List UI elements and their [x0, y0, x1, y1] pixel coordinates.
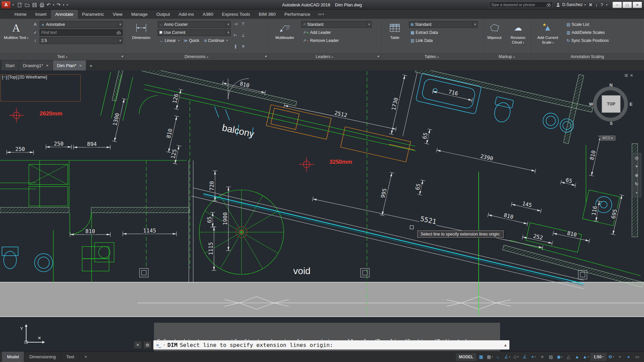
canvas-text-3250mm[interactable]: 3250mm [329, 159, 353, 165]
file-tab-start[interactable]: Start [1, 60, 19, 70]
canvas-text-2620mm[interactable]: 2620mm [39, 111, 63, 117]
inspect-icon[interactable]: ⊥ [240, 32, 246, 38]
undo-caret-icon[interactable]: ▾ [53, 3, 54, 6]
find-text-input[interactable] [41, 30, 115, 35]
ribbon-tab-annotate[interactable]: Annotate [51, 10, 78, 19]
help-search-box[interactable] [489, 2, 553, 8]
command-line[interactable]: >_ ▾ DIM Select line to specify extensio… [153, 340, 509, 350]
viewcube-west[interactable]: W [589, 102, 593, 107]
canvas-text-116[interactable]: 116 [591, 205, 598, 216]
viewport-maximize-icon[interactable]: ⊞ [625, 73, 628, 78]
canvas-text-1145[interactable]: 1145 [143, 228, 157, 234]
status-grid-display[interactable]: ▦ [477, 353, 485, 361]
canvas-text-5521[interactable]: 5521 [419, 215, 437, 225]
canvas-text-void[interactable]: void [292, 266, 311, 276]
canvas-text-810[interactable]: 810 [166, 127, 174, 140]
table-style-combo[interactable]: ▦ Standard ▾ [409, 21, 478, 28]
canvas-text-65[interactable]: 65 [415, 183, 422, 191]
restore-button[interactable]: ▢ [623, 2, 632, 8]
combo-caret-icon[interactable]: ▾ [226, 21, 230, 28]
status-model-space-toggle[interactable]: MODEL [456, 353, 476, 361]
status-isometric-drafting[interactable]: ◇▾ [512, 353, 520, 361]
status-annotation-monitor[interactable]: + [616, 353, 624, 361]
canvas-text-126[interactable]: 126 [172, 93, 180, 105]
sync-scale-positions-button[interactable]: ↻Sync Scale Positions [565, 37, 610, 44]
new-file-icon[interactable] [17, 2, 22, 7]
dim-break-icon[interactable]: ⊣ [232, 21, 238, 27]
add-leader-button[interactable]: ↗+Add Leader [301, 29, 333, 36]
canvas-text-810[interactable]: 810 [85, 229, 96, 235]
ribbon-tab-view[interactable]: View [108, 10, 127, 19]
status-snap-mode[interactable]: ▦▾ [486, 353, 494, 361]
application-menu-button[interactable]: A [2, 1, 10, 8]
text-height-combo[interactable]: 2.5 ▾ [40, 37, 123, 44]
drawing-area[interactable]: 8101261300810251217307162502508941256523… [0, 70, 644, 351]
canvas-text-995[interactable]: 995 [380, 187, 388, 199]
text-style-combo[interactable]: ▲ Annotative ▾ [40, 21, 123, 28]
text-style-icon[interactable]: A [32, 21, 38, 28]
visual-style-control[interactable]: [2D Wireframe] [18, 74, 47, 80]
ribbon-display-toggle[interactable]: ▭▾ [315, 10, 327, 19]
minimize-button[interactable]: ─ [612, 2, 622, 8]
canvas-text-1900[interactable]: 1900 [223, 212, 228, 226]
annotation-scaling-panel-label[interactable]: Annotation Scaling [531, 53, 644, 60]
autodesk-exchange-icon[interactable]: ✕ [589, 2, 592, 7]
ribbon-tab-express-tools[interactable]: Express Tools [218, 10, 255, 19]
save-icon[interactable] [32, 2, 37, 7]
viewcube-east[interactable]: E [630, 102, 633, 107]
viewcube-north[interactable]: N [609, 83, 612, 88]
text-height-icon[interactable]: ↕ [32, 38, 38, 44]
adjust-space-icon[interactable]: ⊤ [240, 21, 246, 27]
search-binoculars-icon[interactable] [546, 3, 551, 7]
status-object-snap[interactable]: ⌖▾ [529, 353, 537, 361]
ribbon-tab-parametric[interactable]: Parametric [78, 10, 108, 19]
recent-commands-caret-icon[interactable]: ▾ [163, 343, 165, 347]
pan-icon[interactable]: ⌖ [635, 162, 638, 171]
undo-icon[interactable]: ↶ [47, 2, 51, 7]
zoom-icon[interactable]: ⊕ [635, 171, 639, 179]
redo-caret-icon[interactable]: ▾ [63, 3, 64, 6]
mleader-style-combo[interactable]: ↗ Standard ▾ [301, 21, 372, 28]
orbit-icon[interactable]: ↻ [635, 179, 639, 188]
ribbon-tab-a360[interactable]: A360 [198, 10, 218, 19]
close-button[interactable]: ✕ [633, 2, 642, 8]
signin-user[interactable]: D.Sanchez▾ [556, 2, 586, 7]
file-tab-dim-plan[interactable]: Dim Plan*✕ [53, 60, 86, 70]
canvas-text-65[interactable]: 65 [207, 216, 213, 223]
ribbon-tab-manage[interactable]: Manage [127, 10, 152, 19]
combo-caret-icon[interactable]: ▾ [226, 30, 230, 36]
command-history-toggle-icon[interactable]: ▲ [504, 343, 506, 347]
dim-style-combo[interactable]: ↔ Anno Courier ▾ [158, 21, 231, 28]
spell-check-icon[interactable]: ✓ [32, 30, 38, 36]
find-binoculars-icon[interactable] [116, 31, 121, 35]
viewcube[interactable]: TOP N W E S [590, 84, 632, 125]
canvas-text-695[interactable]: 695 [610, 208, 619, 220]
ribbon-tab-add-ins[interactable]: Add-ins [174, 10, 198, 19]
canvas-text-145[interactable]: 145 [521, 201, 533, 209]
leaders-panel-label[interactable]: Leaders▾◢ [268, 53, 380, 60]
add-current-scale-button[interactable]: ▲★ Add Current Scale▾ [532, 20, 563, 53]
layout-tab-text[interactable]: Text [61, 352, 79, 362]
canvas-text-810[interactable]: 810 [502, 212, 515, 220]
canvas-text-810[interactable]: 810 [238, 81, 251, 89]
status-annotation-visibility[interactable]: ▲ [573, 353, 581, 361]
canvas-text-810[interactable]: 810 [589, 149, 597, 161]
add-delete-scales-button[interactable]: ▥Add/Delete Scales [565, 29, 606, 36]
canvas-text-balcony[interactable]: balcony [221, 122, 256, 139]
status-lineweight-display[interactable]: ≡ [538, 353, 546, 361]
canvas-text-716[interactable]: 716 [447, 89, 459, 97]
layout-tab-model[interactable]: Model [2, 352, 24, 362]
dim-layer-combo[interactable]: Use Current ▾ [158, 29, 231, 36]
ribbon-tab-bim-360[interactable]: BIM 360 [255, 10, 280, 19]
canvas-text-1115[interactable]: 1115 [208, 242, 214, 256]
find-text-box[interactable] [40, 29, 123, 36]
canvas-text-250[interactable]: 250 [15, 147, 26, 152]
text-panel-label[interactable]: Text▾◢ [0, 53, 124, 60]
help-icon[interactable]: ? [601, 2, 603, 7]
redo-icon[interactable]: ↷ [57, 2, 61, 7]
status-graphics-performance[interactable]: ● [625, 353, 633, 361]
revision-cloud-button[interactable]: ☁ Revision Cloud▾ [507, 20, 529, 53]
open-file-icon[interactable] [24, 2, 30, 7]
combo-caret-icon[interactable]: ▾ [118, 38, 122, 44]
extract-data-button[interactable]: ▦Extract Data [409, 29, 439, 36]
